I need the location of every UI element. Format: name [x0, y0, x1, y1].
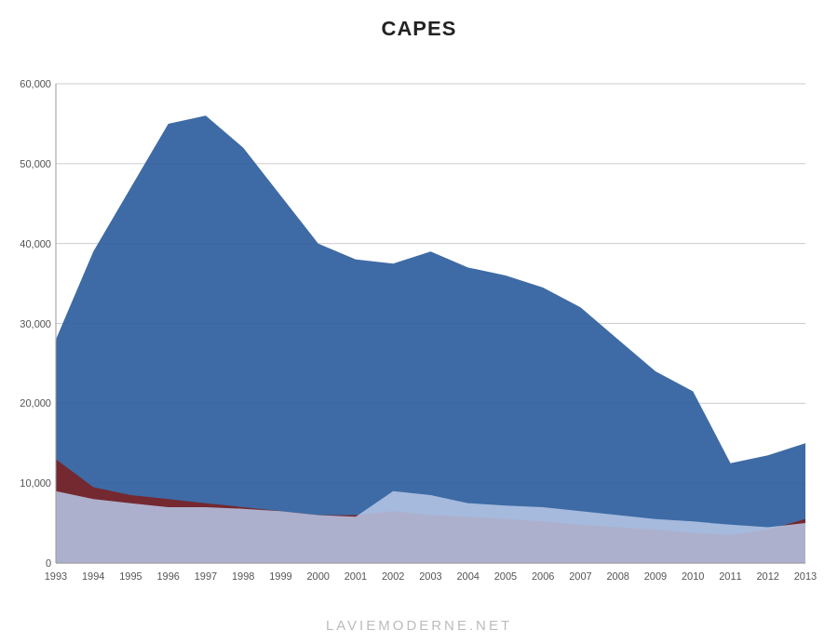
svg-text:2004: 2004	[457, 570, 480, 582]
svg-text:2008: 2008	[607, 570, 629, 582]
svg-text:2007: 2007	[569, 570, 591, 582]
svg-text:1993: 1993	[45, 570, 67, 582]
svg-text:2005: 2005	[494, 570, 517, 582]
svg-text:40,000: 40,000	[20, 238, 51, 249]
svg-text:20,000: 20,000	[20, 397, 51, 409]
svg-text:2013: 2013	[794, 570, 817, 582]
footer-text: LAVIEMODERNE.NET	[0, 617, 838, 633]
svg-text:1999: 1999	[269, 570, 291, 582]
svg-text:2006: 2006	[532, 570, 554, 582]
svg-text:1995: 1995	[119, 570, 142, 582]
svg-text:1996: 1996	[157, 570, 180, 582]
chart-title: CAPES	[0, 0, 838, 41]
svg-text:0: 0	[46, 557, 51, 569]
svg-text:2012: 2012	[757, 570, 779, 582]
svg-text:2002: 2002	[382, 570, 404, 582]
chart-svg: 010,00020,00030,00040,00050,00060,000199…	[0, 65, 838, 614]
svg-text:2011: 2011	[719, 570, 741, 582]
svg-text:30,000: 30,000	[20, 318, 51, 329]
svg-text:1997: 1997	[195, 570, 217, 582]
svg-text:2001: 2001	[345, 570, 367, 582]
svg-text:1998: 1998	[232, 570, 254, 582]
svg-text:1994: 1994	[82, 570, 104, 582]
svg-text:2009: 2009	[644, 570, 667, 582]
svg-text:50,000: 50,000	[20, 158, 51, 169]
chart-container: CAPES Candidats présents Postes à pourvo…	[0, 0, 838, 644]
svg-text:2010: 2010	[682, 570, 704, 582]
svg-text:2000: 2000	[307, 570, 330, 582]
svg-text:10,000: 10,000	[20, 477, 51, 489]
svg-text:60,000: 60,000	[20, 78, 51, 89]
svg-text:2003: 2003	[419, 570, 441, 582]
